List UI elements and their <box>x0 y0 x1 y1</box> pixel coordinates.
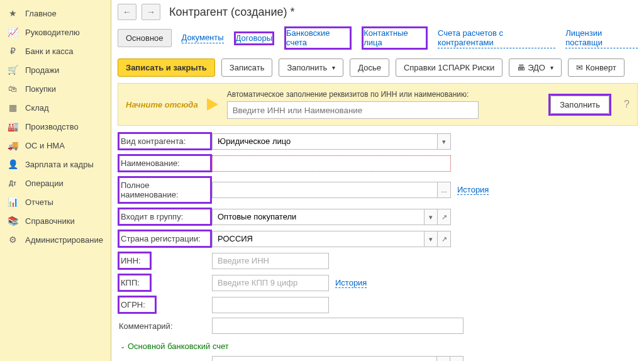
contragent-type-select[interactable] <box>212 133 438 150</box>
sidebar-item-salary[interactable]: 👤Зарплата и кадры <box>0 155 111 174</box>
ellipsis-button[interactable]: ... <box>437 182 451 198</box>
grid-icon: ▦ <box>6 103 19 113</box>
factory-icon: 🏭 <box>6 121 19 131</box>
edo-button[interactable]: 🖶ЭДО▾ <box>509 58 562 77</box>
person-icon: 👤 <box>6 159 19 169</box>
label-inn: ИНН: <box>118 252 152 270</box>
label-group: Входит в группу: <box>118 208 212 226</box>
autofill-button[interactable]: Заполнить <box>550 96 609 114</box>
fullname-input[interactable] <box>212 182 438 198</box>
chart-icon: 📈 <box>6 27 19 37</box>
label-kpp: КПП: <box>118 274 152 292</box>
history-link-kpp[interactable]: История <box>335 278 367 288</box>
chevron-down-icon: ⌄ <box>120 343 125 350</box>
star-icon: ★ <box>6 8 19 18</box>
sidebar-item-sales[interactable]: 🛒Продажи <box>0 60 111 79</box>
section-bank-account[interactable]: ⌄Основной банковский счет <box>118 340 231 352</box>
sidebar-item-bank[interactable]: ₽Банк и касса <box>0 42 111 60</box>
ruble-icon: ₽ <box>6 46 19 56</box>
sidebar-item-production[interactable]: 🏭Производство <box>0 117 111 136</box>
sidebar-item-label: Банк и касса <box>25 47 74 56</box>
sidebar-item-label: Руководителю <box>25 28 80 37</box>
tab-main[interactable]: Основное <box>118 29 172 47</box>
kpp-input[interactable] <box>212 275 329 291</box>
sidebar-item-label: Операции <box>25 179 64 188</box>
hint-text: Автоматическое заполнение реквизитов по … <box>227 90 540 99</box>
name-input[interactable] <box>212 155 451 172</box>
sidebar-item-manager[interactable]: 📈Руководителю <box>0 23 111 42</box>
gear-icon: ⚙ <box>6 235 19 245</box>
bars-icon: 📊 <box>6 197 19 207</box>
autofill-input[interactable] <box>227 101 479 119</box>
label-country: Страна регистрации: <box>118 230 212 248</box>
convert-button[interactable]: ✉Конверт <box>568 58 625 77</box>
dropdown-button[interactable]: ▾ <box>436 356 450 361</box>
printer-icon: 🖶 <box>517 63 525 72</box>
sidebar-item-main[interactable]: ★Главное <box>0 4 111 23</box>
sidebar-item-label: Склад <box>25 103 49 113</box>
chevron-down-icon: ▾ <box>550 64 553 71</box>
sidebar-item-label: Зарплата и кадры <box>25 160 94 169</box>
tab-contracts[interactable]: Договоры <box>234 31 274 45</box>
sidebar-item-os-nma[interactable]: 🚚ОС и НМА <box>0 136 111 155</box>
bank-input[interactable] <box>212 356 437 361</box>
sidebar-item-purchases[interactable]: 🛍Покупки <box>0 79 111 98</box>
label-contragent-type: Вид контрагента: <box>118 132 212 150</box>
ogrn-input[interactable] <box>212 297 329 313</box>
nav-back-button[interactable]: ← <box>118 4 136 20</box>
label-ogrn: ОГРН: <box>118 296 157 314</box>
toolbar: Записать и закрыть Записать Заполнить▾ Д… <box>118 58 638 77</box>
save-button[interactable]: Записать <box>221 58 273 77</box>
sidebar-item-admin[interactable]: ⚙Администрирование <box>0 230 111 249</box>
open-button[interactable]: ↗ <box>450 356 464 361</box>
dropdown-button[interactable]: ▾ <box>424 209 438 225</box>
sidebar-item-warehouse[interactable]: ▦Склад <box>0 98 111 117</box>
label-name: Наименование: <box>118 154 212 172</box>
page-title: Контрагент (создание) * <box>169 6 294 19</box>
dtkt-icon: Дт <box>6 178 19 188</box>
sidebar-item-label: Администрирование <box>25 235 103 245</box>
label-fullname: Полное наименование: <box>118 176 212 204</box>
main-area: ← → Контрагент (создание) * Основное Док… <box>111 0 644 361</box>
dossier-button[interactable]: Досье <box>350 58 389 77</box>
sidebar-item-label: Продажи <box>25 65 59 75</box>
chevron-down-icon: ▾ <box>332 64 335 71</box>
open-button[interactable]: ↗ <box>437 231 451 247</box>
sidebar: ★Главное 📈Руководителю ₽Банк и касса 🛒Пр… <box>0 0 111 361</box>
comment-input[interactable] <box>212 318 464 334</box>
cart-icon: 🛒 <box>6 65 19 75</box>
country-select[interactable] <box>212 231 425 247</box>
topbar: ← → Контрагент (создание) * <box>118 4 638 20</box>
hint-box: Начните отсюда Автоматическое заполнение… <box>118 83 638 126</box>
hint-start-label: Начните отсюда <box>126 100 198 109</box>
fill-button[interactable]: Заполнить▾ <box>279 58 343 77</box>
tab-accounts-with[interactable]: Счета расчетов с контрагентами <box>438 28 555 48</box>
label-comment: Комментарий: <box>118 319 212 333</box>
tab-contacts[interactable]: Контактные лица <box>362 26 428 50</box>
dropdown-button[interactable]: ▾ <box>424 231 438 247</box>
books-icon: 📚 <box>6 216 19 226</box>
arrow-right-icon <box>207 98 218 111</box>
tab-documents[interactable]: Документы <box>182 33 224 43</box>
sidebar-item-label: Отчеты <box>25 197 53 207</box>
bag-icon: 🛍 <box>6 84 19 94</box>
group-select[interactable] <box>212 209 425 225</box>
sidebar-item-operations[interactable]: ДтОперации <box>0 174 111 192</box>
sidebar-item-label: Справочники <box>25 216 75 226</box>
save-close-button[interactable]: Записать и закрыть <box>118 58 215 77</box>
sidebar-item-catalogs[interactable]: 📚Справочники <box>0 211 111 230</box>
help-icon[interactable]: ? <box>624 99 630 110</box>
tab-bank-accounts[interactable]: Банковские счета <box>284 26 352 50</box>
inn-input[interactable] <box>212 253 329 269</box>
tab-licenses[interactable]: Лицензии поставщи <box>565 28 638 48</box>
dropdown-button[interactable]: ▾ <box>437 133 451 150</box>
sidebar-item-label: Главное <box>25 9 57 18</box>
sidebar-item-reports[interactable]: 📊Отчеты <box>0 192 111 211</box>
sidebar-item-label: Производство <box>25 122 79 131</box>
nav-forward-button[interactable]: → <box>142 4 160 20</box>
spark-button[interactable]: Справки 1СПАРК Риски <box>396 58 502 77</box>
sidebar-item-label: ОС и НМА <box>25 141 65 150</box>
sidebar-item-label: Покупки <box>25 84 56 94</box>
history-link[interactable]: История <box>457 185 489 195</box>
open-button[interactable]: ↗ <box>437 209 451 225</box>
